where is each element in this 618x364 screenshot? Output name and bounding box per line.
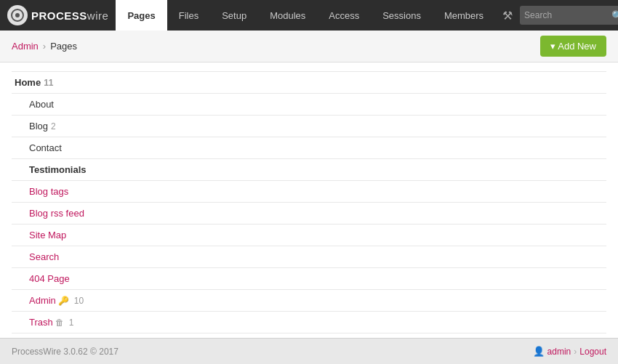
nav-tab-members[interactable]: Members xyxy=(433,0,495,31)
list-item-about: About xyxy=(12,93,606,115)
footer-right: 👤 admin › Logout xyxy=(533,346,606,357)
svg-point-1 xyxy=(15,13,20,17)
logo[interactable]: PROCESSwire xyxy=(7,5,108,25)
footer: ProcessWire 3.0.62 © 2017 👤 admin › Logo… xyxy=(0,338,618,364)
list-item-contact: Contact xyxy=(12,137,606,158)
nav-tab-pages[interactable]: Pages xyxy=(116,0,166,31)
list-item-testimonials: Testimonials xyxy=(12,158,606,180)
nav-tab-sessions[interactable]: Sessions xyxy=(371,0,433,31)
page-link-about[interactable]: About xyxy=(29,99,54,110)
list-item-blog-rss: Blog rss feed xyxy=(12,202,606,224)
list-item-admin: Admin 🔑 10 xyxy=(12,289,606,311)
breadcrumb-current: Pages xyxy=(50,41,77,52)
breadcrumb: Admin › Pages xyxy=(12,41,77,52)
nav-tab-setup[interactable]: Setup xyxy=(210,0,258,31)
top-nav: PROCESSwire Pages Files Setup Modules Ac… xyxy=(0,0,618,31)
list-item-site-map: Site Map xyxy=(12,224,606,246)
list-item-search: Search xyxy=(12,246,606,267)
page-link-contact[interactable]: Contact xyxy=(29,142,62,153)
user-icon: 👤 xyxy=(533,346,545,357)
trash-icon: 🗑 xyxy=(55,318,64,328)
nav-tab-files[interactable]: Files xyxy=(167,0,210,31)
list-item-404: 404 Page xyxy=(12,267,606,289)
page-link-blog-tags[interactable]: Blog tags xyxy=(29,186,68,197)
home-label[interactable]: Home xyxy=(15,77,41,88)
home-count: 11 xyxy=(44,78,53,88)
page-link-404[interactable]: 404 Page xyxy=(29,273,70,284)
breadcrumb-separator: › xyxy=(43,41,46,52)
page-link-testimonials[interactable]: Testimonials xyxy=(29,164,87,175)
page-link-blog-rss[interactable]: Blog rss feed xyxy=(29,208,84,219)
list-item-blog: Blog 2 xyxy=(12,115,606,137)
main-content: Home 11 About Blog 2 Contact Testimonial… xyxy=(0,62,618,338)
search-box[interactable]: 🔍 xyxy=(520,6,618,25)
breadcrumb-admin-link[interactable]: Admin xyxy=(12,41,39,52)
logo-icon xyxy=(7,5,28,25)
search-icon[interactable]: 🔍 xyxy=(611,10,618,21)
footer-copyright: ProcessWire 3.0.62 © 2017 xyxy=(12,347,119,357)
list-item-blog-tags: Blog tags xyxy=(12,180,606,202)
breadcrumb-bar: Admin › Pages ▾ Add New xyxy=(0,31,618,62)
footer-user-link[interactable]: admin xyxy=(547,347,571,357)
logo-text: PROCESSwire xyxy=(31,9,108,22)
key-icon: 🔑 xyxy=(58,296,69,306)
logout-link[interactable]: Logout xyxy=(579,347,606,357)
footer-separator: › xyxy=(574,347,577,357)
wrench-icon[interactable]: ⚒ xyxy=(495,0,520,31)
list-item-home: Home 11 xyxy=(12,71,606,93)
blog-count: 2 xyxy=(51,121,56,132)
page-link-site-map[interactable]: Site Map xyxy=(29,230,66,240)
list-item-trash: Trash 🗑 1 xyxy=(12,311,606,333)
page-list: Home 11 About Blog 2 Contact Testimonial… xyxy=(12,71,606,333)
add-new-button[interactable]: ▾ Add New xyxy=(540,36,606,57)
page-link-trash[interactable]: Trash xyxy=(29,317,53,328)
nav-tab-modules[interactable]: Modules xyxy=(258,0,317,31)
page-link-blog[interactable]: Blog xyxy=(29,121,48,132)
trash-count: 1 xyxy=(69,318,74,328)
search-input[interactable] xyxy=(524,10,611,20)
page-link-search[interactable]: Search xyxy=(29,251,59,262)
nav-tabs: Pages Files Setup Modules Access Session… xyxy=(116,0,520,31)
nav-tab-access[interactable]: Access xyxy=(317,0,371,31)
page-link-admin[interactable]: Admin xyxy=(29,295,56,306)
admin-count: 10 xyxy=(74,296,84,306)
